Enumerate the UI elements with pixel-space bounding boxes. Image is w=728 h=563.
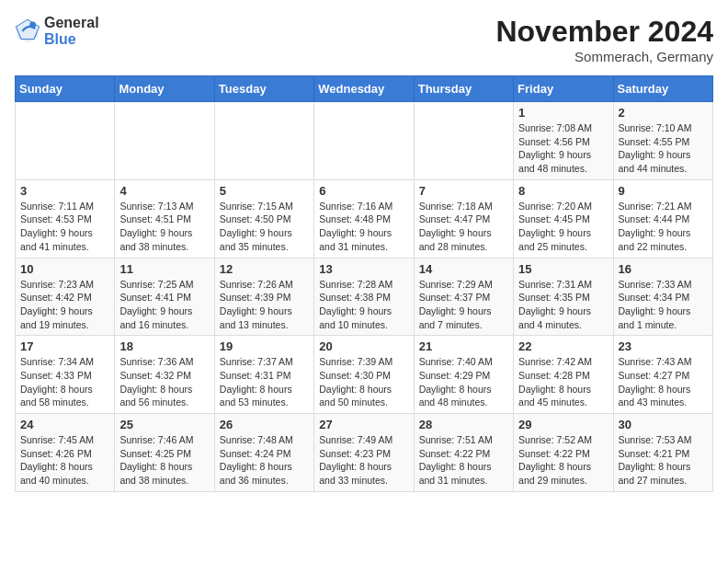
day-info: Sunrise: 7:33 AM Sunset: 4:34 PM Dayligh… (619, 278, 708, 332)
day-cell: 12Sunrise: 7:26 AM Sunset: 4:39 PM Dayli… (214, 258, 313, 336)
day-info: Sunrise: 7:23 AM Sunset: 4:42 PM Dayligh… (20, 278, 109, 332)
day-info: Sunrise: 7:11 AM Sunset: 4:53 PM Dayligh… (20, 200, 109, 254)
calendar-body: 1Sunrise: 7:08 AM Sunset: 4:56 PM Daylig… (16, 102, 713, 492)
day-cell: 19Sunrise: 7:37 AM Sunset: 4:31 PM Dayli… (214, 336, 313, 414)
day-info: Sunrise: 7:16 AM Sunset: 4:48 PM Dayligh… (319, 200, 408, 254)
day-cell: 10Sunrise: 7:23 AM Sunset: 4:42 PM Dayli… (16, 258, 115, 336)
day-number: 18 (119, 339, 209, 353)
day-cell: 23Sunrise: 7:43 AM Sunset: 4:27 PM Dayli… (613, 336, 712, 414)
day-cell (16, 102, 115, 180)
day-cell: 28Sunrise: 7:51 AM Sunset: 4:22 PM Dayli… (414, 414, 513, 492)
day-cell: 14Sunrise: 7:29 AM Sunset: 4:37 PM Dayli… (414, 258, 513, 336)
day-number: 14 (419, 262, 508, 276)
day-info: Sunrise: 7:52 AM Sunset: 4:22 PM Dayligh… (518, 433, 608, 488)
day-number: 19 (220, 339, 309, 353)
day-number: 13 (319, 262, 408, 276)
day-number: 8 (518, 184, 608, 198)
day-number: 7 (419, 184, 508, 198)
logo-general-text: General (44, 15, 99, 31)
day-cell (115, 102, 214, 180)
day-number: 23 (619, 339, 708, 353)
day-cell: 20Sunrise: 7:39 AM Sunset: 4:30 PM Dayli… (314, 336, 414, 414)
day-cell: 3Sunrise: 7:11 AM Sunset: 4:53 PM Daylig… (16, 179, 115, 258)
day-number: 10 (20, 262, 109, 276)
header-monday: Monday (115, 76, 214, 102)
day-number: 5 (220, 184, 309, 198)
day-info: Sunrise: 7:08 AM Sunset: 4:56 PM Dayligh… (518, 121, 608, 176)
day-cell: 26Sunrise: 7:48 AM Sunset: 4:24 PM Dayli… (214, 414, 313, 492)
header-friday: Friday (514, 76, 613, 102)
day-info: Sunrise: 7:48 AM Sunset: 4:24 PM Dayligh… (220, 433, 309, 488)
day-number: 3 (20, 184, 109, 198)
day-number: 17 (20, 339, 109, 353)
day-cell: 8Sunrise: 7:20 AM Sunset: 4:45 PM Daylig… (514, 179, 613, 258)
day-cell: 7Sunrise: 7:18 AM Sunset: 4:47 PM Daylig… (414, 179, 513, 258)
day-info: Sunrise: 7:21 AM Sunset: 4:44 PM Dayligh… (619, 200, 708, 254)
logo-icon (15, 18, 40, 44)
day-cell: 5Sunrise: 7:15 AM Sunset: 4:50 PM Daylig… (214, 179, 313, 258)
week-row-1: 1Sunrise: 7:08 AM Sunset: 4:56 PM Daylig… (16, 102, 713, 180)
day-cell: 27Sunrise: 7:49 AM Sunset: 4:23 PM Dayli… (314, 414, 414, 492)
day-info: Sunrise: 7:10 AM Sunset: 4:55 PM Dayligh… (619, 121, 708, 176)
day-number: 27 (319, 418, 408, 431)
header-thursday: Thursday (414, 76, 513, 102)
day-info: Sunrise: 7:49 AM Sunset: 4:23 PM Dayligh… (319, 433, 408, 488)
day-info: Sunrise: 7:13 AM Sunset: 4:51 PM Dayligh… (119, 200, 209, 254)
day-cell: 24Sunrise: 7:45 AM Sunset: 4:26 PM Dayli… (16, 414, 115, 492)
day-info: Sunrise: 7:36 AM Sunset: 4:32 PM Dayligh… (119, 355, 209, 409)
day-number: 4 (119, 184, 209, 198)
day-cell: 4Sunrise: 7:13 AM Sunset: 4:51 PM Daylig… (115, 179, 214, 258)
day-number: 22 (518, 339, 608, 353)
day-cell (214, 102, 313, 180)
day-number: 24 (20, 418, 109, 431)
day-cell: 1Sunrise: 7:08 AM Sunset: 4:56 PM Daylig… (514, 102, 613, 180)
svg-point-2 (29, 21, 36, 28)
header-sunday: Sunday (16, 76, 115, 102)
day-info: Sunrise: 7:28 AM Sunset: 4:38 PM Dayligh… (319, 278, 408, 332)
day-cell (314, 102, 414, 180)
week-row-2: 3Sunrise: 7:11 AM Sunset: 4:53 PM Daylig… (16, 179, 713, 258)
logo: General Blue (15, 15, 99, 47)
calendar-subtitle: Sommerach, Germany (495, 49, 713, 64)
day-cell: 22Sunrise: 7:42 AM Sunset: 4:28 PM Dayli… (514, 336, 613, 414)
day-info: Sunrise: 7:40 AM Sunset: 4:29 PM Dayligh… (419, 355, 508, 409)
header-saturday: Saturday (613, 76, 712, 102)
day-number: 20 (319, 339, 408, 353)
week-row-3: 10Sunrise: 7:23 AM Sunset: 4:42 PM Dayli… (16, 258, 713, 336)
day-info: Sunrise: 7:18 AM Sunset: 4:47 PM Dayligh… (419, 200, 508, 254)
day-cell (414, 102, 513, 180)
day-cell: 29Sunrise: 7:52 AM Sunset: 4:22 PM Dayli… (514, 414, 613, 492)
calendar-header: SundayMondayTuesdayWednesdayThursdayFrid… (16, 76, 713, 102)
week-row-4: 17Sunrise: 7:34 AM Sunset: 4:33 PM Dayli… (16, 336, 713, 414)
day-cell: 17Sunrise: 7:34 AM Sunset: 4:33 PM Dayli… (16, 336, 115, 414)
day-cell: 9Sunrise: 7:21 AM Sunset: 4:44 PM Daylig… (613, 179, 712, 258)
day-info: Sunrise: 7:46 AM Sunset: 4:25 PM Dayligh… (119, 433, 209, 488)
day-info: Sunrise: 7:42 AM Sunset: 4:28 PM Dayligh… (518, 355, 608, 409)
day-cell: 25Sunrise: 7:46 AM Sunset: 4:25 PM Dayli… (115, 414, 214, 492)
day-number: 30 (619, 418, 708, 431)
day-info: Sunrise: 7:37 AM Sunset: 4:31 PM Dayligh… (220, 355, 309, 409)
title-block: November 2024 Sommerach, Germany (495, 15, 713, 64)
week-row-5: 24Sunrise: 7:45 AM Sunset: 4:26 PM Dayli… (16, 414, 713, 492)
day-cell: 6Sunrise: 7:16 AM Sunset: 4:48 PM Daylig… (314, 179, 414, 258)
day-info: Sunrise: 7:51 AM Sunset: 4:22 PM Dayligh… (419, 433, 508, 488)
day-info: Sunrise: 7:45 AM Sunset: 4:26 PM Dayligh… (20, 433, 109, 488)
header-wednesday: Wednesday (314, 76, 414, 102)
header-row: SundayMondayTuesdayWednesdayThursdayFrid… (16, 76, 713, 102)
day-cell: 30Sunrise: 7:53 AM Sunset: 4:21 PM Dayli… (613, 414, 712, 492)
day-info: Sunrise: 7:15 AM Sunset: 4:50 PM Dayligh… (220, 200, 309, 254)
day-cell: 18Sunrise: 7:36 AM Sunset: 4:32 PM Dayli… (115, 336, 214, 414)
day-cell: 2Sunrise: 7:10 AM Sunset: 4:55 PM Daylig… (613, 102, 712, 180)
day-info: Sunrise: 7:26 AM Sunset: 4:39 PM Dayligh… (220, 278, 309, 332)
day-number: 9 (619, 184, 708, 198)
logo-text: General Blue (44, 15, 99, 47)
header-tuesday: Tuesday (214, 76, 313, 102)
day-number: 11 (119, 262, 209, 276)
day-number: 25 (119, 418, 209, 431)
day-cell: 16Sunrise: 7:33 AM Sunset: 4:34 PM Dayli… (613, 258, 712, 336)
day-cell: 13Sunrise: 7:28 AM Sunset: 4:38 PM Dayli… (314, 258, 414, 336)
day-info: Sunrise: 7:29 AM Sunset: 4:37 PM Dayligh… (419, 278, 508, 332)
calendar-table: SundayMondayTuesdayWednesdayThursdayFrid… (15, 75, 713, 492)
day-info: Sunrise: 7:20 AM Sunset: 4:45 PM Dayligh… (518, 200, 608, 254)
day-number: 12 (220, 262, 309, 276)
